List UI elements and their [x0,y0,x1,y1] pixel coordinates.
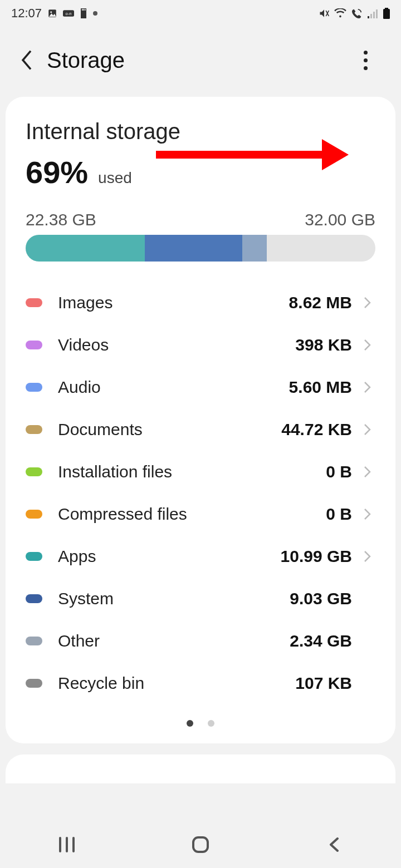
category-row-system: System9.03 GB [26,578,375,620]
status-right [319,8,390,19]
battery-icon [383,8,390,19]
status-bar: 12:07 o-n [0,0,401,27]
nav-back-button[interactable] [317,834,351,856]
category-color-pill [26,467,42,476]
vpn-notif-icon: o-n [63,9,74,18]
total-size: 32.00 GB [305,210,375,229]
svg-rect-13 [385,8,388,9]
app-header: Storage [0,27,401,93]
category-row-recycle-bin: Recycle bin107 KB [26,662,375,704]
category-color-pill [26,425,42,434]
category-label: Documents [58,420,281,439]
svg-rect-10 [370,14,372,18]
sd-notif-icon [80,8,87,18]
wifi-calling-icon [351,8,363,18]
category-color-pill [26,298,42,307]
chevron-right-icon [360,296,375,309]
chevron-right-icon [360,381,375,394]
category-color-pill [26,341,42,349]
page-indicator[interactable] [26,720,375,727]
more-options-button[interactable] [350,45,381,76]
category-value: 5.60 MB [289,378,352,397]
category-value: 0 B [326,462,352,481]
category-row-images[interactable]: Images8.62 MB [26,282,375,324]
back-button[interactable] [13,47,40,73]
page-title: Storage [47,48,125,73]
category-color-pill [26,679,42,688]
usage-bar [26,235,375,262]
mute-vibrate-icon [319,8,330,19]
used-label: used [98,169,132,187]
category-color-pill [26,510,42,519]
svg-rect-9 [368,16,369,18]
category-label: Installation files [58,462,326,481]
page-dot-1[interactable] [187,720,193,727]
category-value: 0 B [326,505,352,524]
image-notif-icon [47,8,57,18]
category-list: Images8.62 MBVideos398 KBAudio5.60 MBDoc… [26,282,375,704]
svg-rect-5 [84,9,85,11]
chevron-right-icon [360,338,375,352]
chevron-right-icon [360,423,375,436]
storage-section-title: Internal storage [26,119,375,144]
svg-rect-12 [376,9,378,18]
category-row-documents[interactable]: Documents44.72 KB [26,408,375,451]
chevron-left-icon [19,48,35,72]
category-row-audio[interactable]: Audio5.60 MB [26,366,375,408]
used-size: 22.38 GB [26,210,96,229]
usage-bar-segment [26,235,145,262]
svg-rect-18 [193,837,208,852]
category-label: Other [58,632,290,650]
category-label: Videos [58,336,295,354]
category-row-apps[interactable]: Apps10.99 GB [26,535,375,578]
next-card-peek[interactable] [6,754,395,783]
usage-percent-row: 69% used [26,154,375,190]
category-label: Compressed files [58,505,326,524]
system-nav-bar [0,821,401,868]
category-label: Images [58,293,289,312]
more-notif-dot-icon [93,11,97,16]
svg-text:o-n: o-n [66,11,72,16]
category-value: 44.72 KB [281,420,352,439]
usage-percent: 69% [26,154,88,190]
category-value: 398 KB [295,336,352,354]
svg-point-1 [50,11,52,13]
category-label: System [58,589,290,608]
category-label: Recycle bin [58,674,295,693]
svg-rect-4 [82,9,83,11]
nav-recents-button[interactable] [50,834,84,856]
category-row-installation-files[interactable]: Installation files0 B [26,451,375,493]
svg-rect-14 [383,9,390,19]
usage-bar-segment [242,235,267,262]
category-row-compressed-files[interactable]: Compressed files0 B [26,493,375,535]
category-value: 10.99 GB [281,547,352,566]
internal-storage-card: Internal storage 69% used 22.38 GB 32.00… [6,97,395,743]
more-vertical-icon [364,51,368,70]
chevron-right-icon [360,465,375,479]
category-value: 2.34 GB [290,632,352,650]
status-left: 12:07 o-n [11,6,97,21]
category-label: Apps [58,547,281,566]
size-row: 22.38 GB 32.00 GB [26,210,375,229]
svg-rect-6 [85,9,86,11]
category-color-pill [26,637,42,645]
recents-icon [57,837,76,852]
signal-icon [368,8,379,18]
chevron-right-icon [360,507,375,521]
category-value: 107 KB [295,674,352,693]
category-row-other: Other2.34 GB [26,620,375,662]
category-label: Audio [58,378,289,397]
category-color-pill [26,552,42,561]
usage-bar-segment [145,235,243,262]
category-color-pill [26,383,42,392]
home-icon [191,835,210,854]
category-value: 9.03 GB [290,589,352,608]
category-row-videos[interactable]: Videos398 KB [26,324,375,366]
chevron-right-icon [360,550,375,563]
category-value: 8.62 MB [289,293,352,312]
nav-home-button[interactable] [184,834,217,856]
wifi-icon [334,8,346,18]
page-dot-2[interactable] [208,720,214,727]
nav-back-icon [326,836,342,853]
category-color-pill [26,594,42,603]
